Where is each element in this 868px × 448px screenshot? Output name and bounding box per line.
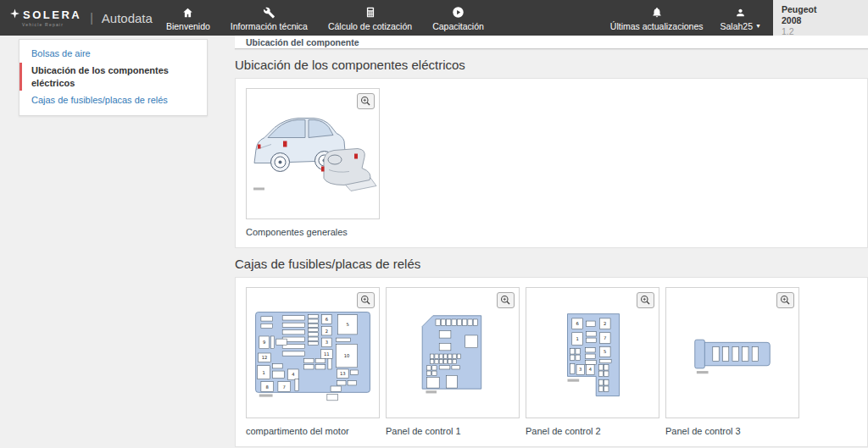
section-title-ubicacion: Ubicación de los componentes eléctricos <box>235 58 868 72</box>
brand-name: SOLERA <box>23 9 81 20</box>
svg-text:3: 3 <box>326 340 328 345</box>
home-icon <box>181 5 194 19</box>
username: Salah25 <box>721 21 754 31</box>
topbar-right: Últimas actualizaciones Salah25 ▼ <box>609 5 773 31</box>
svg-text:1: 1 <box>262 369 264 374</box>
fuse-diagram-panel3 <box>670 303 795 403</box>
nav-item-bienvenido[interactable]: Bienvenido <box>164 5 212 31</box>
sidebar-item-cajas-fusibles[interactable]: Cajas de fusibles/placas de relés <box>19 91 207 108</box>
fuse-diagram-panel2: 6217534 <box>530 303 655 403</box>
previous-card-remnant: Ubicación del componente <box>235 36 868 49</box>
section-card-ubicacion: Componentes generales <box>235 78 868 248</box>
clipped-caption: Ubicación del componente <box>246 37 359 47</box>
bell-icon <box>651 5 663 19</box>
brand-separator: | <box>90 11 93 25</box>
svg-text:8: 8 <box>266 384 269 389</box>
svg-text:5: 5 <box>346 322 348 327</box>
wrench-icon <box>263 5 275 19</box>
section-card-cajas-fusibles: 62311510912141387 compartimento del moto… <box>235 277 868 447</box>
svg-text:5: 5 <box>604 349 606 354</box>
nav-label: Bienvenido <box>166 21 210 31</box>
solera-star-icon <box>10 8 19 20</box>
thumbnail-panel-control-1[interactable] <box>386 287 520 418</box>
nav-item-informacion-tecnica[interactable]: Información técnica <box>229 5 309 31</box>
zoom-button[interactable] <box>357 93 375 109</box>
fuse-diagram-panel1 <box>390 303 515 403</box>
thumbnail-componentes-generales[interactable] <box>246 88 380 219</box>
main-content: Ubicación del componente Ubicación de lo… <box>235 36 868 447</box>
svg-text:7: 7 <box>604 335 606 340</box>
nav-label: Últimas actualizaciones <box>610 21 704 31</box>
user-icon <box>735 5 746 19</box>
nav-item-ultimas-actualizaciones[interactable]: Últimas actualizaciones <box>609 5 705 31</box>
svg-text:11: 11 <box>324 351 330 357</box>
zoom-button[interactable] <box>637 292 654 308</box>
thumbnail-caption: Componentes generales <box>246 227 380 237</box>
svg-text:2: 2 <box>604 321 606 326</box>
sidebar-item-ubicacion-componentes[interactable]: Ubicación de los componentes eléctricos <box>19 62 207 91</box>
magnifier-icon <box>360 96 371 107</box>
svg-text:2: 2 <box>326 328 328 333</box>
magnifier-icon <box>640 295 651 306</box>
main-nav: Bienvenido Información técnica Cálculo d… <box>164 0 486 36</box>
nav-item-capacitacion[interactable]: Capacitación <box>431 5 486 31</box>
svg-text:13: 13 <box>340 371 346 376</box>
vehicle-make: Peugeot <box>782 4 860 15</box>
svg-text:7: 7 <box>283 384 286 389</box>
thumbnail-compartimento-motor[interactable]: 62311510912141387 <box>246 287 380 418</box>
svg-text:1: 1 <box>576 336 578 341</box>
fuse-diagram-engine: 62311510912141387 <box>250 303 376 403</box>
brand-tagline: Vehicle Repair <box>22 22 81 27</box>
nav-label: Cálculo de cotización <box>328 21 412 31</box>
svg-text:3: 3 <box>579 367 581 372</box>
zoom-button[interactable] <box>776 292 794 308</box>
thumbnail-caption: Panel de control 3 <box>665 426 799 436</box>
solera-autodata-logo[interactable]: SOLERA Vehicle Repair | Autodata <box>0 8 163 27</box>
thumbnail-caption: Panel de control 1 <box>386 426 520 436</box>
vehicle-model: 2008 <box>782 15 860 26</box>
zoom-button[interactable] <box>357 292 375 308</box>
calculator-icon <box>364 5 376 19</box>
thumbnail-panel-control-3[interactable] <box>665 287 799 418</box>
magnifier-icon <box>360 295 371 306</box>
brand-product: Autodata <box>102 11 153 25</box>
section-nav-card: Bolsas de aire Ubicación de los componen… <box>19 39 208 116</box>
thumbnail-caption: Panel de control 2 <box>526 426 659 436</box>
thumbnail-panel-control-2[interactable]: 6217534 <box>526 287 659 418</box>
play-icon <box>452 5 465 19</box>
thumbnail-caption: compartimento del motor <box>246 426 380 436</box>
nav-label: Información técnica <box>231 21 308 31</box>
svg-text:9: 9 <box>263 340 265 345</box>
autodata-app: { "header": { "brand": { "name": "SOLERA… <box>0 0 868 448</box>
chevron-down-icon: ▼ <box>755 23 761 29</box>
nav-label: Capacitación <box>432 21 484 31</box>
section-title-cajas-fusibles: Cajas de fusibles/placas de relés <box>235 257 868 271</box>
zoom-button[interactable] <box>497 292 515 308</box>
magnifier-icon <box>780 295 791 306</box>
sidebar-item-bolsas-de-aire[interactable]: Bolsas de aire <box>19 45 207 62</box>
svg-text:10: 10 <box>344 353 350 358</box>
user-menu[interactable]: Salah25 ▼ <box>719 5 763 31</box>
vehicle-info-panel[interactable]: Peugeot 2008 1.2 <box>773 0 868 40</box>
svg-text:12: 12 <box>262 355 268 360</box>
magnifier-icon <box>500 295 511 306</box>
top-navbar: SOLERA Vehicle Repair | Autodata Bienven… <box>0 0 773 36</box>
nav-item-calculo-cotizacion[interactable]: Cálculo de cotización <box>326 5 414 31</box>
